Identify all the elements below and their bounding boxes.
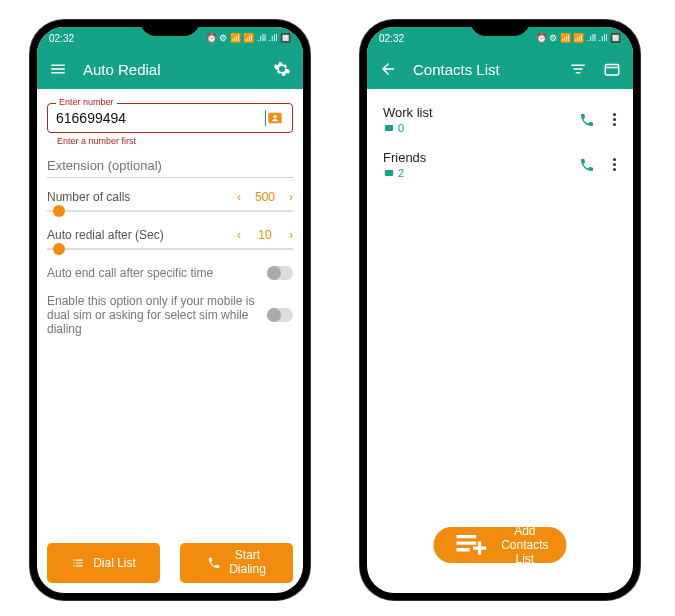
phone-icon xyxy=(207,556,221,570)
dual-sim-label: Enable this option only if your mobile i… xyxy=(47,294,257,336)
extension-input[interactable] xyxy=(47,154,293,178)
auto-end-row: Auto end call after specific time xyxy=(47,266,293,280)
more-icon[interactable] xyxy=(613,158,617,171)
redial-slider[interactable] xyxy=(47,248,293,250)
redial-value: 10 xyxy=(253,228,277,242)
app-title: Auto Redial xyxy=(83,61,257,78)
phone-input-error: Enter a number first xyxy=(57,136,293,146)
screen-auto-redial: 02:32 ⏰ ⚙ 📶 📶 .ıll .ıll 🔲 Auto Redial En… xyxy=(37,27,303,593)
contacts-content: Work list 0 Friends 2 xyxy=(367,89,633,593)
list-icon xyxy=(71,556,85,570)
redial-stepper: ‹ 10 › xyxy=(237,228,293,242)
num-calls-increase[interactable]: › xyxy=(289,190,293,204)
fab-label: Add Contacts List xyxy=(501,524,548,566)
list-item-title: Work list xyxy=(383,105,569,120)
status-time: 02:32 xyxy=(49,33,74,44)
status-time: 02:32 xyxy=(379,33,404,44)
app-title: Contacts List xyxy=(413,61,553,78)
redial-label: Auto redial after (Sec) xyxy=(47,228,164,242)
status-indicators: ⏰ ⚙ 📶 📶 .ıll .ıll 🔲 xyxy=(536,33,621,43)
dual-sim-row: Enable this option only if your mobile i… xyxy=(47,294,293,336)
list-item[interactable]: Friends 2 xyxy=(377,142,623,187)
svg-rect-3 xyxy=(385,125,393,131)
num-calls-decrease[interactable]: ‹ xyxy=(237,190,241,204)
list-item-count: 2 xyxy=(398,167,404,179)
notch xyxy=(470,20,530,36)
phone-frame-left: 02:32 ⏰ ⚙ 📶 📶 .ıll .ıll 🔲 Auto Redial En… xyxy=(30,20,310,600)
num-calls-slider[interactable] xyxy=(47,210,293,212)
redial-decrease[interactable]: ‹ xyxy=(237,228,241,242)
svg-rect-2 xyxy=(605,65,619,76)
menu-icon[interactable] xyxy=(49,60,67,78)
contact-picker-icon[interactable] xyxy=(266,110,284,126)
redial-row: Auto redial after (Sec) ‹ 10 › xyxy=(47,228,293,242)
list-item[interactable]: Work list 0 xyxy=(377,97,623,142)
bottom-button-bar: Dial List StartDialing xyxy=(47,543,293,583)
playlist-add-icon xyxy=(452,525,492,565)
start-dialing-label: StartDialing xyxy=(229,549,266,577)
svg-rect-4 xyxy=(385,170,393,176)
contact-card-icon xyxy=(383,123,395,133)
num-calls-row: Number of calls ‹ 500 › xyxy=(47,190,293,204)
call-icon[interactable] xyxy=(579,112,595,128)
svg-point-1 xyxy=(273,115,276,118)
num-calls-label: Number of calls xyxy=(47,190,130,204)
list-item-title: Friends xyxy=(383,150,569,165)
phone-input-label: Enter number xyxy=(56,97,117,107)
auto-end-toggle[interactable] xyxy=(267,266,293,280)
list-item-body: Work list 0 xyxy=(383,105,569,134)
screen-contacts-list: 02:32 ⏰ ⚙ 📶 📶 .ıll .ıll 🔲 Contacts List … xyxy=(367,27,633,593)
notch xyxy=(140,20,200,36)
num-calls-value: 500 xyxy=(253,190,277,204)
status-indicators: ⏰ ⚙ 📶 📶 .ıll .ıll 🔲 xyxy=(206,33,291,43)
add-contacts-list-button[interactable]: Add Contacts List xyxy=(434,527,567,563)
phone-frame-right: 02:32 ⏰ ⚙ 📶 📶 .ıll .ıll 🔲 Contacts List … xyxy=(360,20,640,600)
app-bar: Auto Redial xyxy=(37,49,303,89)
contact-card-icon xyxy=(383,168,395,178)
num-calls-stepper: ‹ 500 › xyxy=(237,190,293,204)
call-icon[interactable] xyxy=(579,157,595,173)
gear-icon[interactable] xyxy=(273,60,291,78)
start-dialing-button[interactable]: StartDialing xyxy=(180,543,293,583)
main-content: Enter number Enter a number first Number… xyxy=(37,89,303,593)
phone-input[interactable] xyxy=(56,110,265,126)
redial-increase[interactable]: › xyxy=(289,228,293,242)
list-item-body: Friends 2 xyxy=(383,150,569,179)
list-item-subtitle: 0 xyxy=(383,122,569,134)
dual-sim-toggle[interactable] xyxy=(267,308,293,322)
list-item-count: 0 xyxy=(398,122,404,134)
slider-thumb[interactable] xyxy=(53,205,65,217)
phone-input-wrap[interactable]: Enter number xyxy=(47,103,293,133)
sort-icon[interactable] xyxy=(569,60,587,78)
list-item-subtitle: 2 xyxy=(383,167,569,179)
dial-list-button[interactable]: Dial List xyxy=(47,543,160,583)
export-csv-icon[interactable] xyxy=(603,60,621,78)
more-icon[interactable] xyxy=(613,113,617,126)
auto-end-label: Auto end call after specific time xyxy=(47,266,213,280)
dial-list-label: Dial List xyxy=(93,556,136,570)
slider-thumb[interactable] xyxy=(53,243,65,255)
back-icon[interactable] xyxy=(379,60,397,78)
app-bar: Contacts List xyxy=(367,49,633,89)
